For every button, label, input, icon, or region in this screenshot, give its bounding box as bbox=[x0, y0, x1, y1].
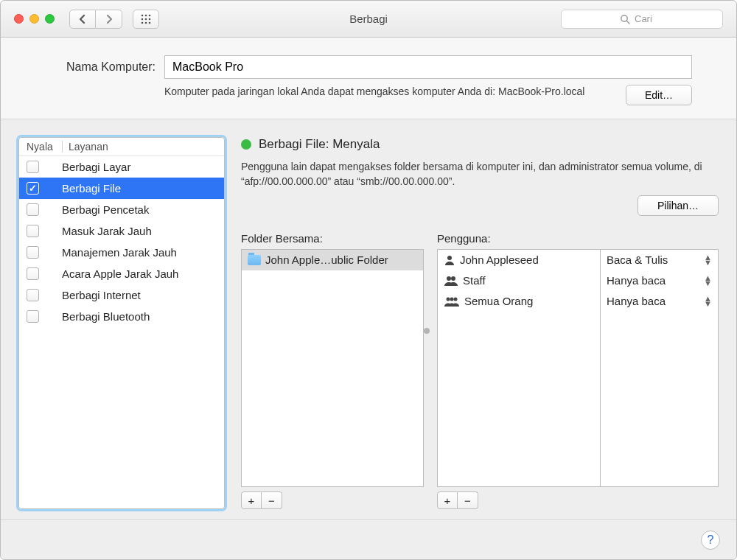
service-toggle-checkbox[interactable] bbox=[27, 203, 39, 216]
svg-point-2 bbox=[149, 14, 151, 16]
permission-label: Hanya baca bbox=[607, 295, 666, 307]
folders-add-remove: + − bbox=[241, 491, 424, 509]
remove-user-button[interactable]: − bbox=[458, 491, 478, 509]
svg-point-1 bbox=[145, 14, 147, 16]
window-traffic-lights bbox=[14, 14, 55, 24]
users-label: Pengguna: bbox=[437, 232, 719, 245]
user-label: Staff bbox=[463, 274, 486, 287]
services-col-on: Nyala bbox=[27, 141, 62, 153]
options-button[interactable]: Pilihan… bbox=[638, 195, 719, 216]
help-button[interactable]: ? bbox=[701, 531, 720, 550]
search-icon bbox=[620, 14, 630, 24]
svg-point-6 bbox=[142, 21, 144, 24]
edit-hostname-button[interactable]: Edit… bbox=[626, 85, 692, 105]
remove-folder-button[interactable]: − bbox=[262, 491, 282, 509]
user-row[interactable]: Semua Orang bbox=[438, 291, 600, 312]
folder-icon bbox=[248, 255, 261, 265]
service-row[interactable]: Berbagi Layar bbox=[19, 156, 224, 178]
status-indicator-dot bbox=[241, 139, 251, 150]
svg-point-0 bbox=[142, 14, 144, 16]
svg-point-7 bbox=[145, 21, 147, 24]
computer-name-input[interactable] bbox=[164, 55, 692, 79]
shared-folders-column: Folder Bersama: John Apple…ublic Folder … bbox=[241, 232, 424, 509]
service-label: Acara Apple Jarak Jauh bbox=[62, 267, 217, 280]
service-row[interactable]: Berbagi File bbox=[19, 178, 224, 199]
svg-point-13 bbox=[451, 276, 455, 281]
service-status-title: Berbagi File: Menyala bbox=[259, 137, 380, 152]
svg-point-14 bbox=[447, 297, 450, 301]
service-toggle-checkbox[interactable] bbox=[27, 161, 39, 173]
service-label: Berbagi Bluetooth bbox=[62, 310, 217, 323]
group-icon bbox=[444, 275, 458, 287]
svg-point-3 bbox=[142, 18, 144, 20]
shared-folders-list[interactable]: John Apple…ublic Folder bbox=[241, 249, 424, 487]
svg-point-16 bbox=[454, 297, 458, 301]
service-detail-panel: Berbagi File: Menyala Pengguna lain dapa… bbox=[241, 137, 719, 509]
service-status-description: Pengguna lain dapat mengakses folder ber… bbox=[241, 159, 719, 189]
service-toggle-checkbox[interactable] bbox=[27, 182, 39, 195]
user-row[interactable]: John Appleseed bbox=[438, 250, 600, 270]
services-header: Nyala Layanan bbox=[19, 138, 224, 156]
service-label: Berbagi File bbox=[62, 182, 217, 195]
service-toggle-checkbox[interactable] bbox=[27, 267, 39, 280]
permission-label: Baca & Tulis bbox=[607, 253, 668, 266]
service-row[interactable]: Manajemen Jarak Jauh bbox=[19, 242, 224, 263]
permissions-column: Baca & Tulis▲▼Hanya baca▲▼Hanya baca▲▼ bbox=[601, 249, 719, 487]
zoom-window-button[interactable] bbox=[45, 14, 55, 24]
shared-folders-label: Folder Bersama: bbox=[241, 232, 424, 245]
preferences-window: Berbagi Nama Komputer: Komputer pada jar… bbox=[0, 0, 737, 560]
permission-selector[interactable]: Baca & Tulis▲▼ bbox=[601, 250, 718, 270]
service-label: Manajemen Jarak Jauh bbox=[62, 246, 217, 259]
user-label: John Appleseed bbox=[460, 253, 539, 266]
users-list[interactable]: John AppleseedStaffSemua Orang bbox=[437, 249, 601, 487]
user-row[interactable]: Staff bbox=[438, 270, 600, 291]
content-area: Nyala Layanan Berbagi LayarBerbagi FileB… bbox=[1, 119, 736, 519]
search-input[interactable] bbox=[635, 13, 664, 24]
services-list[interactable]: Nyala Layanan Berbagi LayarBerbagi FileB… bbox=[18, 137, 225, 509]
show-all-prefs-button[interactable] bbox=[133, 10, 159, 29]
users-column: Pengguna: John AppleseedStaffSemua Orang… bbox=[437, 232, 719, 509]
service-row[interactable]: Acara Apple Jarak Jauh bbox=[19, 263, 224, 284]
folder-label: John Apple…ublic Folder bbox=[265, 253, 388, 266]
permission-selector[interactable]: Hanya baca▲▼ bbox=[601, 270, 718, 291]
service-toggle-checkbox[interactable] bbox=[27, 289, 39, 301]
add-folder-button[interactable]: + bbox=[241, 491, 262, 509]
permission-selector[interactable]: Hanya baca▲▼ bbox=[601, 291, 718, 312]
permission-label: Hanya baca bbox=[607, 274, 666, 287]
service-row[interactable]: Berbagi Bluetooth bbox=[19, 306, 224, 327]
grid-icon bbox=[141, 14, 151, 24]
computer-name-help-text: Komputer pada jaringan lokal Anda dapat … bbox=[164, 85, 617, 99]
nav-back-forward-segment bbox=[69, 10, 122, 29]
service-row[interactable]: Berbagi Pencetak bbox=[19, 199, 224, 220]
nav-forward-button[interactable] bbox=[96, 10, 122, 29]
close-window-button[interactable] bbox=[14, 14, 24, 24]
svg-point-15 bbox=[450, 297, 454, 301]
service-toggle-checkbox[interactable] bbox=[27, 246, 39, 259]
svg-point-11 bbox=[447, 256, 452, 260]
service-label: Berbagi Internet bbox=[62, 289, 217, 301]
users-add-remove: + − bbox=[437, 491, 719, 509]
service-label: Berbagi Pencetak bbox=[62, 203, 217, 216]
search-field[interactable] bbox=[561, 10, 723, 29]
everyone-icon bbox=[444, 295, 460, 307]
column-resize-handle[interactable] bbox=[424, 328, 430, 334]
add-user-button[interactable]: + bbox=[437, 491, 458, 509]
window-footer: ? bbox=[1, 519, 736, 559]
minimize-window-button[interactable] bbox=[29, 14, 39, 24]
stepper-icon: ▲▼ bbox=[704, 276, 712, 286]
svg-point-4 bbox=[145, 18, 147, 20]
chevron-right-icon bbox=[105, 14, 113, 24]
svg-line-10 bbox=[626, 21, 629, 24]
service-toggle-checkbox[interactable] bbox=[27, 225, 39, 237]
service-row[interactable]: Masuk Jarak Jauh bbox=[19, 220, 224, 242]
folder-row[interactable]: John Apple…ublic Folder bbox=[242, 250, 423, 270]
svg-point-12 bbox=[447, 276, 451, 281]
services-col-service: Layanan bbox=[62, 141, 217, 153]
chevron-left-icon bbox=[79, 14, 86, 24]
svg-point-5 bbox=[149, 18, 151, 20]
nav-back-button[interactable] bbox=[69, 10, 96, 29]
person-icon bbox=[444, 254, 455, 266]
service-toggle-checkbox[interactable] bbox=[27, 310, 39, 323]
stepper-icon: ▲▼ bbox=[704, 255, 712, 265]
service-row[interactable]: Berbagi Internet bbox=[19, 284, 224, 306]
